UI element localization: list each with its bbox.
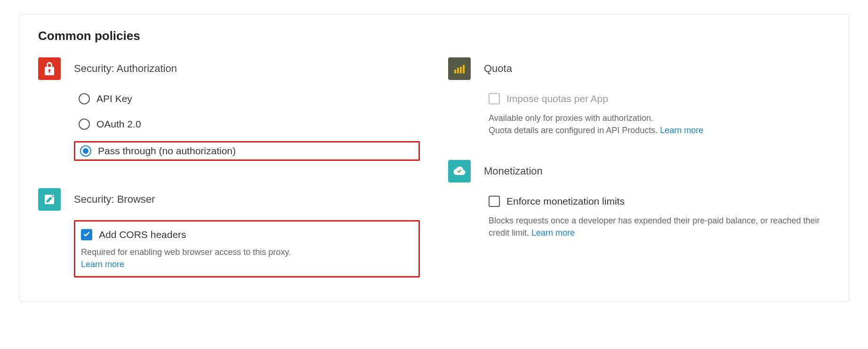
learn-more-link-quota[interactable]: Learn more: [660, 126, 703, 135]
radio-label-api-key: API Key: [96, 93, 132, 104]
checkbox-icon: [489, 93, 500, 104]
helper-cors-text: Required for enabling web browser access…: [81, 247, 291, 257]
checkbox-label-quota: Impose quotas per App: [506, 93, 608, 104]
checkbox-quota[interactable]: Impose quotas per App: [484, 90, 830, 107]
radio-api-key[interactable]: API Key: [74, 90, 420, 107]
bar-chart-icon: [448, 57, 471, 80]
checkbox-cors[interactable]: Add CORS headers: [76, 226, 413, 243]
common-policies-panel: Common policies Security: Authorization …: [19, 14, 849, 301]
cloud-check-icon: [448, 160, 471, 182]
radio-label-oauth: OAuth 2.0: [96, 119, 141, 130]
svg-rect-4: [463, 65, 465, 73]
svg-rect-2: [457, 68, 459, 73]
section-quota: Quota Impose quotas per App Available on…: [448, 57, 830, 136]
checkbox-label-cors: Add CORS headers: [99, 229, 186, 240]
checkbox-icon: [81, 229, 92, 240]
checkbox-icon: [489, 196, 500, 207]
helper-cors: Required for enabling web browser access…: [81, 246, 413, 270]
helper-quota-line1: Available only for proxies with authoriz…: [489, 113, 653, 123]
svg-rect-3: [460, 67, 462, 73]
helper-monetization: Blocks requests once a developer has exp…: [489, 214, 830, 239]
radio-label-pass-through: Pass through (no authorization): [98, 145, 236, 157]
section-title-security-auth: Security: Authorization: [74, 57, 420, 80]
learn-more-link-cors[interactable]: Learn more: [81, 260, 124, 269]
section-title-security-browser: Security: Browser: [74, 188, 420, 211]
radio-icon: [79, 93, 90, 104]
panel-heading: Common policies: [38, 29, 830, 43]
svg-rect-1: [454, 70, 456, 73]
radio-icon: [80, 145, 91, 157]
radio-icon: [79, 119, 90, 130]
helper-quota-line2: Quota details are configured in API Prod…: [489, 126, 660, 135]
learn-more-link-monetization[interactable]: Learn more: [531, 228, 575, 238]
checkbox-label-monetization: Enforce monetization limits: [506, 196, 625, 207]
section-title-monetization: Monetization: [484, 160, 830, 182]
pencil-icon: [38, 188, 61, 211]
radio-oauth[interactable]: OAuth 2.0: [74, 116, 420, 133]
lock-icon: [38, 57, 61, 80]
section-security-authorization: Security: Authorization API Key OAuth 2.…: [38, 57, 420, 165]
section-security-browser: Security: Browser Add CORS headers Requi…: [38, 188, 420, 278]
checkbox-monetization[interactable]: Enforce monetization limits: [484, 193, 830, 210]
helper-quota: Available only for proxies with authoriz…: [489, 112, 830, 136]
section-monetization: Monetization Enforce monetization limits…: [448, 160, 830, 239]
section-title-quota: Quota: [484, 57, 830, 80]
radio-pass-through[interactable]: Pass through (no authorization): [74, 141, 420, 161]
